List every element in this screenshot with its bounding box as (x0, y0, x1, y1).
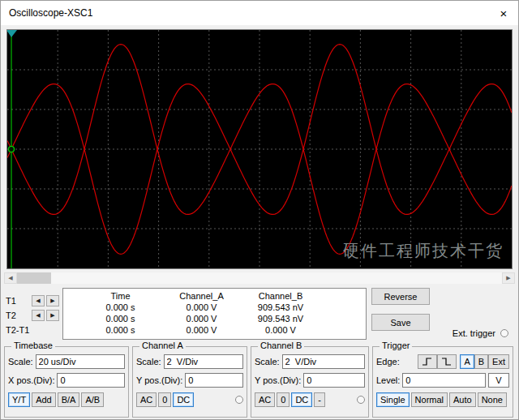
readout-row-t1: 0.000 s 0.000 V 909.543 nV (78, 302, 366, 313)
trigger-source-a-button[interactable]: A (460, 354, 474, 369)
readout-row-t2t1: 0.000 s 0.000 V 0.000 V (78, 324, 366, 336)
t1-label: T1 (6, 296, 32, 306)
t1-row: T1 ◀ ▶ (6, 294, 62, 307)
t1-channel-a: 0.000 V (163, 302, 240, 313)
trigger-source-ext-button[interactable]: Ext (488, 354, 509, 369)
channel-b-scale-label: Scale: (255, 357, 280, 366)
channel-b-0-button[interactable]: 0 (277, 392, 290, 407)
channel-b-ac-button[interactable]: AC (255, 392, 275, 407)
channel-a-group: Channel A Scale: Y pos.(Div): AC 0 DC (132, 346, 247, 418)
trigger-level-label: Level: (376, 375, 400, 385)
scrollbar-thumb[interactable] (17, 272, 51, 284)
close-icon[interactable]: × (489, 1, 518, 25)
oscilloscope-window: Oscilloscope-XSC1 × 硬件工程师技术干货 ◀ ▶ T1 ◀ ▶… (0, 0, 519, 420)
timebase-scale-input[interactable] (36, 354, 125, 369)
trigger-title: Trigger (380, 341, 412, 350)
channel-a-scale-label: Scale: (136, 357, 161, 366)
t1-channel-b: 909.543 nV (240, 302, 321, 313)
t2-left-icon[interactable]: ◀ (32, 310, 45, 321)
channel-b-title: Channel B (258, 341, 304, 350)
channel-b-scale-input[interactable] (282, 354, 365, 369)
timebase-xpos-label: X pos.(Div): (8, 375, 54, 385)
col-channel-a: Channel_A (163, 290, 240, 302)
t1-right-icon[interactable]: ▶ (46, 295, 59, 306)
channel-a-0-button[interactable]: 0 (158, 392, 171, 407)
window-title: Oscilloscope-XSC1 (1, 7, 92, 19)
t2-channel-a: 0.000 V (163, 313, 240, 324)
channel-b-dc-button[interactable]: DC (291, 392, 312, 407)
ext-trigger-block: Ext. trigger (453, 328, 508, 338)
scrollbar-track[interactable] (17, 272, 502, 284)
ext-trigger-terminal-icon[interactable] (500, 329, 508, 337)
trigger-group: Trigger Edge: A B Ext Level: V (372, 346, 513, 418)
ext-trigger-label: Ext. trigger (453, 328, 495, 338)
t1-left-icon[interactable]: ◀ (32, 295, 45, 306)
timebase-ba-button[interactable]: B/A (58, 392, 80, 407)
channel-b-minus-button[interactable]: - (314, 392, 325, 407)
scope-display[interactable]: 硬件工程师技术干货 (6, 29, 513, 269)
cursor-controls: T1 ◀ ▶ T2 ◀ ▶ T2-T1 (6, 288, 62, 340)
t2-right-icon[interactable]: ▶ (46, 310, 59, 321)
timebase-add-button[interactable]: Add (32, 392, 56, 407)
control-panels: Timebase Scale: X pos.(Div): Y/T Add B/A… (1, 340, 518, 419)
channel-b-ypos-label: Y pos.(Div): (255, 375, 301, 385)
t2t1-channel-a: 0.000 V (163, 324, 240, 336)
channel-b-ypos-input[interactable] (303, 373, 365, 388)
timebase-title: Timebase (11, 341, 55, 350)
col-channel-b: Channel_B (240, 290, 321, 302)
scroll-right-icon[interactable]: ▶ (502, 272, 515, 284)
trigger-edge-label: Edge: (376, 357, 400, 366)
trigger-source-b-button[interactable]: B (474, 354, 488, 369)
t2t1-row: T2-T1 (6, 324, 62, 336)
col-time: Time (78, 290, 163, 302)
cursor-handle-icon[interactable] (9, 147, 15, 152)
trigger-normal-button[interactable]: Normal (411, 392, 448, 407)
channel-a-scale-input[interactable] (164, 354, 243, 369)
trigger-rising-edge-button[interactable] (418, 354, 437, 369)
horizontal-scrollbar[interactable]: ◀ ▶ (4, 272, 515, 284)
t2-channel-b: 909.543 nV (240, 313, 321, 324)
t2-row: T2 ◀ ▶ (6, 309, 62, 322)
scope-canvas (7, 30, 512, 268)
trigger-level-unit[interactable]: V (488, 373, 509, 388)
save-button[interactable]: Save (371, 314, 430, 331)
t2t1-channel-b: 0.000 V (240, 324, 321, 336)
timebase-scale-label: Scale: (8, 357, 33, 366)
timebase-ab-button[interactable]: A/B (81, 392, 104, 407)
t1-time: 0.000 s (78, 302, 163, 313)
edge-falling-icon (441, 357, 453, 366)
channel-b-terminal-icon[interactable] (357, 396, 365, 404)
trigger-none-button[interactable]: None (478, 392, 507, 407)
channel-a-dc-button[interactable]: DC (173, 392, 194, 407)
scroll-left-icon[interactable]: ◀ (4, 272, 17, 284)
t2t1-time: 0.000 s (78, 324, 163, 336)
readout-section: T1 ◀ ▶ T2 ◀ ▶ T2-T1 Time Channel_A Chann… (6, 288, 513, 340)
trigger-auto-button[interactable]: Auto (449, 392, 476, 407)
channel-a-terminal-icon[interactable] (235, 396, 243, 404)
trigger-falling-edge-button[interactable] (437, 354, 457, 369)
reverse-button[interactable]: Reverse (371, 288, 430, 305)
channel-a-title: Channel A (139, 341, 186, 350)
t2-time: 0.000 s (78, 313, 163, 324)
t2-label: T2 (6, 311, 32, 320)
timebase-yt-button[interactable]: Y/T (8, 392, 30, 407)
edge-rising-icon (422, 357, 433, 366)
channel-b-group: Channel B Scale: Y pos.(Div): AC 0 DC - (251, 346, 369, 418)
t2t1-label: T2-T1 (6, 325, 32, 335)
trigger-level-input[interactable] (402, 373, 486, 388)
timebase-xpos-input[interactable] (57, 373, 125, 388)
readout-actions: Reverse Save Ext. trigger (367, 288, 513, 340)
cursor-t1-flag-icon[interactable] (7, 30, 17, 37)
timebase-group: Timebase Scale: X pos.(Div): Y/T Add B/A… (4, 346, 129, 418)
readout-table: Time Channel_A Channel_B 0.000 s 0.000 V… (62, 288, 367, 340)
trigger-single-button[interactable]: Single (376, 392, 410, 407)
titlebar: Oscilloscope-XSC1 × (1, 1, 518, 25)
readout-row-t2: 0.000 s 0.000 V 909.543 nV (78, 313, 366, 324)
readout-header-row: Time Channel_A Channel_B (78, 290, 366, 302)
channel-a-ac-button[interactable]: AC (136, 392, 157, 407)
channel-a-ypos-input[interactable] (185, 373, 243, 388)
channel-a-ypos-label: Y pos.(Div): (136, 375, 182, 385)
